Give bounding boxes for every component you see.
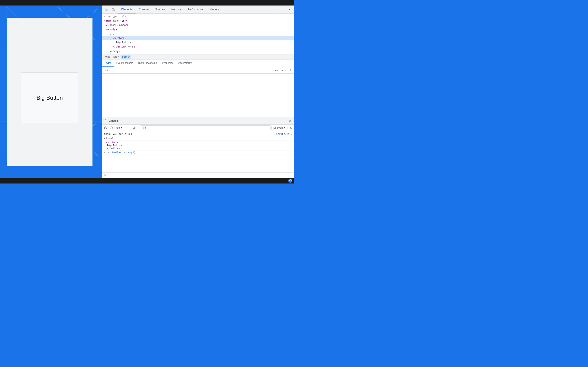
styles-tab-styles[interactable]: Styles xyxy=(102,60,114,67)
big-button[interactable]: Big Button xyxy=(21,72,78,123)
tree-button-line[interactable]: <button> xyxy=(102,36,294,40)
console-section: ⋮ Console ✕ top ▼ xyxy=(102,117,294,178)
temp1-expand-arrow[interactable]: ▶ xyxy=(104,137,105,140)
elements-panel: <!doctype html> <html lang="en"> ▶<head>… xyxy=(102,14,294,117)
tree-body[interactable]: ▼<body> xyxy=(102,27,294,32)
console-temp1-line[interactable]: ▶ temp1 xyxy=(102,136,294,141)
device-toggle-btn[interactable] xyxy=(111,7,116,12)
no-entry-icon xyxy=(110,126,113,129)
styles-content xyxy=(102,74,294,117)
breadcrumb-bar: html body button xyxy=(102,54,294,60)
devtools-settings-btn[interactable]: ⋮ xyxy=(280,7,286,12)
filter-bar: :hov .cls + xyxy=(102,67,294,74)
devtools-toolbar: Elements Console Sources Network Perform… xyxy=(102,6,294,14)
clear-console-icon xyxy=(104,126,107,129)
console-log-1: thank you for click script.js:2 xyxy=(102,132,294,136)
styles-tabs: Styles Event Listeners DOM Breakpoints P… xyxy=(102,60,294,67)
cls-btn[interactable]: .cls xyxy=(280,68,287,72)
device-icon xyxy=(112,8,115,11)
console-output: thank you for click script.js:2 ▶ temp1 … xyxy=(102,131,294,173)
eye-icon xyxy=(133,126,136,129)
add-rule-btn[interactable]: + xyxy=(288,68,292,72)
svg-point-26 xyxy=(290,127,291,128)
filter-input[interactable] xyxy=(104,69,272,72)
hov-btn[interactable]: :hov xyxy=(272,68,279,72)
tree-button-close[interactable]: </button> == $0 xyxy=(102,45,294,49)
body-expand-arrow[interactable]: ▼ xyxy=(106,29,108,31)
styles-tab-accessibility[interactable]: Accessibility xyxy=(176,60,194,67)
console-clear-btn[interactable] xyxy=(103,125,108,130)
svg-point-24 xyxy=(133,127,135,129)
inspect-element-btn[interactable] xyxy=(104,7,110,12)
console-input-line: > xyxy=(102,173,294,178)
tree-body-close[interactable]: </body> xyxy=(102,49,294,53)
chrome-logo xyxy=(288,179,292,183)
filter-actions: :hov .cls + xyxy=(272,68,292,72)
big-button-text: Big Button xyxy=(36,95,63,101)
devtools-panel: Elements Console Sources Network Perform… xyxy=(102,6,294,178)
tree-button-text[interactable]: Big Button xyxy=(102,40,294,45)
more-tabs-btn[interactable]: » xyxy=(274,7,279,12)
styles-tab-dom-breakpoints[interactable]: DOM Breakpoints xyxy=(136,60,160,67)
monitor-expand-arrow[interactable]: ▶ xyxy=(104,151,105,154)
devtools-tabs: Elements Console Sources Network Perform… xyxy=(118,6,272,13)
console-drag-handle[interactable]: ⋮ xyxy=(104,119,107,123)
tree-doctype[interactable]: <!doctype html> xyxy=(102,15,294,19)
console-source-1[interactable]: script.js:2 xyxy=(276,133,292,135)
tab-elements[interactable]: Elements xyxy=(118,6,136,13)
console-context-select[interactable]: top ▼ xyxy=(114,126,131,130)
svg-point-25 xyxy=(134,127,135,128)
console-eye-btn[interactable] xyxy=(132,125,137,130)
devtools-close-btn[interactable]: × xyxy=(287,7,292,12)
console-prompt: > xyxy=(104,174,106,177)
button-ref-collapse-arrow[interactable]: ◀ xyxy=(104,142,105,144)
levels-dropdown-arrow: ▼ xyxy=(284,127,286,129)
tree-head[interactable]: ▶<head>…</head> xyxy=(102,23,294,27)
toolbar-divider xyxy=(138,126,138,130)
tab-sources[interactable]: Sources xyxy=(152,6,168,13)
tab-network[interactable]: Network xyxy=(168,6,185,13)
svg-rect-17 xyxy=(114,9,115,10)
styles-tab-properties[interactable]: Properties xyxy=(160,60,176,67)
html-tree: <!doctype html> <html lang="en"> ▶<head>… xyxy=(102,14,294,54)
console-header: ⋮ Console ✕ xyxy=(102,117,294,125)
breadcrumb-html[interactable]: html xyxy=(104,55,111,59)
head-expand-arrow[interactable]: ▶ xyxy=(106,24,108,26)
page-background: Big Button xyxy=(0,6,102,178)
console-toolbar: top ▼ All levels ▼ xyxy=(102,125,294,131)
styles-tab-event-listeners[interactable]: Event Listeners xyxy=(114,60,136,67)
toolbar-icons xyxy=(102,6,118,13)
settings-gear-icon xyxy=(289,126,292,129)
tab-console[interactable]: Console xyxy=(136,6,152,13)
cursor-icon xyxy=(105,8,108,11)
console-filter-input[interactable] xyxy=(140,125,270,130)
console-settings-btn[interactable] xyxy=(288,125,293,130)
console-input[interactable] xyxy=(107,174,292,177)
page-content-area: Big Button xyxy=(7,18,93,166)
console-title: Console xyxy=(109,119,287,122)
tab-memory[interactable]: Memory xyxy=(206,6,222,13)
toolbar-right: » ⋮ × xyxy=(272,7,294,12)
breadcrumb-button[interactable]: button xyxy=(121,55,131,59)
console-no-entry-btn[interactable] xyxy=(109,125,114,130)
console-close-btn[interactable]: ✕ xyxy=(287,118,292,123)
console-button-ref: ◀ <button> Big Button </button> xyxy=(102,141,294,150)
svg-point-2 xyxy=(290,180,291,182)
tree-ellipsis[interactable]: ... xyxy=(102,32,294,36)
bottom-bar xyxy=(0,178,294,184)
console-levels-select[interactable]: All levels ▼ xyxy=(271,126,287,130)
tree-html[interactable]: <html lang="en"> xyxy=(102,19,294,23)
context-dropdown-arrow: ▼ xyxy=(121,127,123,129)
tab-performance[interactable]: Performance xyxy=(184,6,206,13)
console-monitor-line: ▶ monitorEvents(temp1) xyxy=(102,150,294,155)
top-bar xyxy=(0,0,294,6)
breadcrumb-body[interactable]: body xyxy=(113,55,120,59)
